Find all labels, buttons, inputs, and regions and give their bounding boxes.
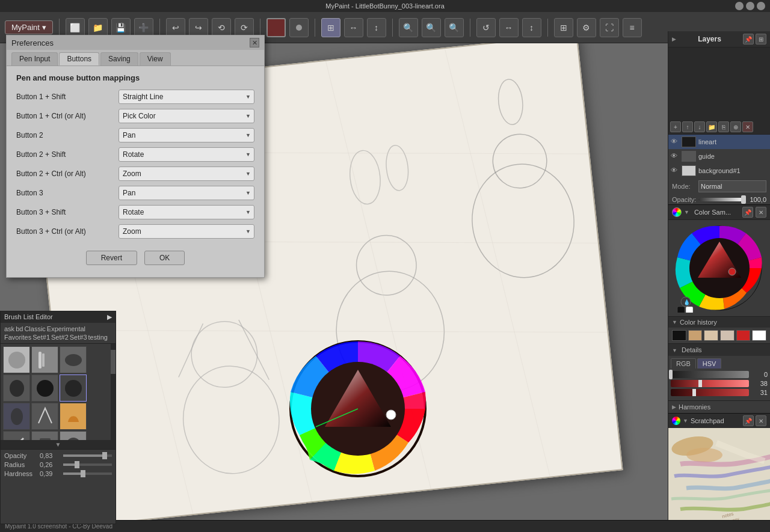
- color-swatch-3[interactable]: [720, 330, 735, 341]
- zoom-out-button[interactable]: 🔍: [399, 18, 418, 37]
- harmonies-row[interactable]: ▶ Harmonies: [668, 400, 770, 413]
- ok-button[interactable]: OK: [144, 251, 185, 265]
- undo-button[interactable]: ↩: [166, 18, 185, 37]
- brush-group-ask[interactable]: ask: [4, 325, 14, 332]
- redo-button[interactable]: ↪: [189, 18, 208, 37]
- brush-panel-collapse[interactable]: ▼: [1, 440, 116, 449]
- canvas-color-wheel[interactable]: [289, 340, 427, 478]
- expand-arrow-history[interactable]: ▼: [672, 319, 677, 325]
- pref-select-4[interactable]: Straight LinePick ColorPanRotateZoomEras…: [119, 167, 254, 181]
- move-down-layer-btn[interactable]: ↓: [694, 121, 705, 132]
- close-button[interactable]: [757, 2, 765, 10]
- expand-arrow-details[interactable]: ▼: [672, 347, 677, 353]
- color-wheel-svg[interactable]: 💧: [675, 224, 764, 313]
- maximize-button[interactable]: [746, 2, 754, 10]
- flip-h-button[interactable]: ↔: [499, 18, 519, 37]
- tab-rgb[interactable]: RGB: [671, 358, 696, 368]
- slider-thumb[interactable]: [692, 389, 696, 396]
- zoom-reset-button[interactable]: 🔍: [445, 18, 464, 37]
- mirror-v-button[interactable]: ↕: [367, 18, 386, 37]
- folder-layer-btn[interactable]: 📁: [706, 121, 717, 132]
- brush-group-favorites[interactable]: Favorites: [4, 334, 31, 341]
- flip-v-button[interactable]: ↕: [522, 18, 541, 37]
- brush-item[interactable]: [31, 431, 58, 440]
- color-swatch-2[interactable]: [704, 330, 718, 341]
- brush-slider-thumb-2[interactable]: [81, 470, 85, 477]
- brush-slider-thumb-0[interactable]: [102, 452, 107, 459]
- brush-item[interactable]: [60, 375, 87, 402]
- color-swatch-1[interactable]: [688, 330, 703, 341]
- color-swatch-4[interactable]: [736, 330, 751, 341]
- color-swatch-5[interactable]: [752, 330, 766, 341]
- layer-guide[interactable]: 👁 guide: [668, 149, 770, 164]
- brush-group-set#1[interactable]: Set#1: [32, 334, 50, 341]
- tab-hsv[interactable]: HSV: [697, 358, 722, 368]
- app-menu[interactable]: MyPaint ▾: [5, 20, 53, 34]
- tab-view[interactable]: View: [140, 52, 171, 66]
- brush-scrollbar-thumb[interactable]: [111, 350, 116, 374]
- brush-group-testing[interactable]: testing: [88, 334, 108, 341]
- expand-layers-button[interactable]: ⊞: [756, 34, 766, 44]
- expand-arrow-scratchpad[interactable]: ▼: [683, 418, 688, 424]
- brush-group-set#3[interactable]: Set#3: [70, 334, 87, 341]
- brush-group-classic[interactable]: Classic: [24, 325, 45, 332]
- opacity-slider[interactable]: [698, 198, 746, 201]
- opacity-thumb[interactable]: [741, 195, 746, 204]
- extra-settings-button[interactable]: ≡: [623, 18, 642, 37]
- revert-button[interactable]: Revert: [86, 251, 137, 265]
- save-file-button[interactable]: 💾: [111, 18, 131, 37]
- brush-item[interactable]: [60, 431, 87, 440]
- brush-slider-1[interactable]: [63, 463, 112, 466]
- brush-slider-2[interactable]: [63, 472, 112, 475]
- add-layer-btn[interactable]: +: [670, 121, 681, 132]
- brush-group-experimental[interactable]: Experimental: [47, 325, 85, 332]
- mode-select[interactable]: Normal Multiply Screen: [698, 180, 766, 192]
- dialog-close-button[interactable]: ✕: [250, 38, 259, 47]
- brush-item[interactable]: [31, 346, 58, 373]
- brush-item[interactable]: [3, 403, 30, 430]
- pref-select-0[interactable]: Straight LinePick ColorPanRotateZoomEras…: [119, 90, 254, 104]
- minimize-button[interactable]: [735, 2, 744, 10]
- zoom-in-button[interactable]: 🔍: [422, 18, 441, 37]
- brush-item[interactable]: [60, 346, 87, 373]
- slider-thumb[interactable]: [698, 380, 702, 387]
- brush-slider-0[interactable]: [63, 454, 112, 457]
- layer-lineart[interactable]: 👁 lineart: [668, 135, 770, 149]
- open-file-button[interactable]: 📁: [88, 18, 108, 37]
- frame-button[interactable]: ⊞: [554, 18, 573, 37]
- rotate-cw-button[interactable]: ⟳: [235, 18, 254, 37]
- prefs-button[interactable]: ⚙: [577, 18, 596, 37]
- scratchpad-area[interactable]: notes bunny: [668, 428, 770, 524]
- pref-select-3[interactable]: Straight LinePick ColorPanRotateZoomEras…: [119, 147, 254, 162]
- color-swatch[interactable]: [266, 18, 286, 37]
- slider-thumb[interactable]: [669, 370, 673, 379]
- brush-panel-expand[interactable]: ▶: [107, 313, 112, 321]
- rotate-ccw-button[interactable]: ⟲: [212, 18, 231, 37]
- symmetry-button[interactable]: ⊞: [321, 18, 340, 37]
- mirror-h-button[interactable]: ↔: [344, 18, 363, 37]
- brush-item[interactable]: [3, 375, 30, 402]
- clear-scratchpad-button[interactable]: ✕: [756, 415, 766, 426]
- layer-eye-icon[interactable]: 👁: [671, 152, 679, 161]
- delete-layer-btn[interactable]: ✕: [742, 121, 753, 132]
- pin-color-button[interactable]: 📌: [742, 207, 753, 218]
- add-layer-button[interactable]: ➕: [134, 18, 153, 37]
- rotate-reset-button[interactable]: ↺: [476, 18, 496, 37]
- color-slider-bar[interactable]: [671, 389, 749, 396]
- brush-group-bd[interactable]: bd: [16, 325, 23, 332]
- expand-arrow-layers[interactable]: ▶: [672, 36, 676, 42]
- brush-group-set#2[interactable]: Set#2: [51, 334, 69, 341]
- brush-scrollbar[interactable]: [111, 344, 116, 440]
- color-swatch-0[interactable]: [672, 330, 686, 341]
- pin-scratchpad-button[interactable]: 📌: [743, 415, 754, 426]
- close-color-button[interactable]: ✕: [756, 207, 766, 218]
- new-file-button[interactable]: ⬜: [66, 18, 85, 37]
- brush-size-button[interactable]: [289, 18, 309, 37]
- color-slider-bar[interactable]: [671, 371, 749, 378]
- layer-eye-icon[interactable]: 👁: [671, 167, 679, 175]
- expand-arrow-color[interactable]: ▼: [684, 209, 689, 215]
- layer-eye-icon[interactable]: 👁: [671, 138, 679, 146]
- layer-background[interactable]: 👁 background#1: [668, 164, 770, 178]
- fullscreen-button[interactable]: ⛶: [600, 18, 619, 37]
- tab-saving[interactable]: Saving: [100, 52, 138, 66]
